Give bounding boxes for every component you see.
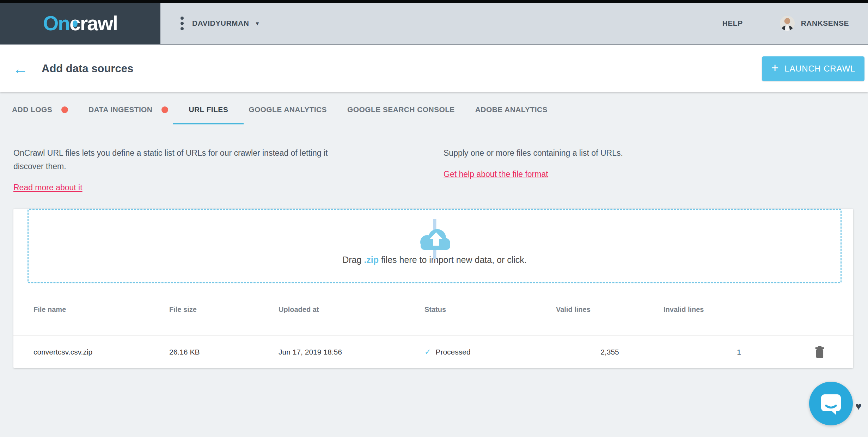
tab-adobe-analytics[interactable]: ADOBE ANALYTICS (474, 105, 549, 124)
trash-icon (814, 346, 825, 358)
logo-spider-dot (73, 20, 78, 27)
project-selector[interactable]: DAVIDYURMAN (192, 19, 249, 27)
heart-icon: ♥ (855, 401, 862, 412)
col-header-invalid-lines: Invalid lines (664, 306, 814, 314)
table-row: convertcsv.csv.zip 26.16 KB Jun 17, 2019… (13, 336, 853, 368)
oncrawl-app: Oncrawl DAVIDYURMAN ▼ HELP RANKSENSE (0, 0, 868, 437)
notification-dot (61, 106, 68, 113)
plus-icon: + (771, 62, 779, 74)
col-header-file-size: File size (169, 306, 279, 314)
cell-file-size: 26.16 KB (169, 348, 279, 356)
oncrawl-logo[interactable]: Oncrawl (0, 3, 160, 44)
logo-part-rawl: rawl (80, 12, 117, 35)
notification-dot (161, 106, 168, 113)
top-bar: Oncrawl DAVIDYURMAN ▼ HELP RANKSENSE (0, 0, 868, 45)
back-arrow-icon[interactable]: ← (13, 61, 28, 76)
tab-add-logs[interactable]: ADD LOGS (11, 105, 69, 124)
oncrawl-logo-text: Oncrawl (43, 12, 117, 35)
cell-file-name: convertcsv.csv.zip (33, 348, 169, 356)
file-dropzone[interactable]: Drag.zipfiles here to import new data, o… (27, 209, 842, 283)
check-icon: ✓ (424, 347, 431, 357)
intro-left-text: OnCrawl URL files lets you define a stat… (13, 146, 354, 173)
logo-part-c: c (69, 12, 80, 35)
files-table-header: File name File size Uploaded at Status V… (13, 283, 853, 336)
cell-status: ✓ Processed (424, 347, 556, 357)
account-menu[interactable]: RANKSENSE (780, 16, 849, 31)
logo-part-on: On (43, 12, 69, 35)
launch-crawl-label: LAUNCH CRAWL (784, 64, 855, 74)
col-header-uploaded-at: Uploaded at (279, 306, 424, 314)
col-header-status: Status (424, 306, 556, 314)
tab-url-files[interactable]: URL FILES (187, 105, 230, 124)
page-title: Add data sources (42, 62, 133, 75)
dropzone-text-after: files here to import new data, or click. (381, 255, 527, 265)
cell-valid-lines: 2,355 (600, 348, 619, 356)
launch-crawl-button[interactable]: + LAUNCH CRAWL (762, 56, 864, 81)
chevron-down-icon[interactable]: ▼ (255, 20, 260, 26)
tab-google-search-console[interactable]: GOOGLE SEARCH CONSOLE (346, 105, 456, 124)
tab-data-ingestion[interactable]: DATA INGESTION (87, 105, 170, 124)
intro-right-column: Supply one or more files containing a li… (444, 146, 623, 192)
intro-section: OnCrawl URL files lets you define a stat… (13, 146, 854, 192)
chat-widget-button[interactable] (809, 382, 853, 425)
intro-right-text: Supply one or more files containing a li… (444, 146, 623, 160)
tab-google-analytics[interactable]: GOOGLE ANALYTICS (247, 105, 328, 124)
help-link[interactable]: HELP (722, 19, 743, 27)
col-header-file-name: File name (33, 306, 169, 314)
intro-left-column: OnCrawl URL files lets you define a stat… (13, 146, 354, 192)
delete-file-button[interactable] (814, 346, 825, 358)
kebab-menu-icon[interactable] (181, 17, 184, 30)
title-bar: ← Add data sources + LAUNCH CRAWL (0, 45, 868, 92)
account-name: RANKSENSE (801, 19, 849, 27)
data-source-tabs: ADD LOGS DATA INGESTION URL FILES GOOGLE… (0, 92, 868, 124)
cell-invalid-lines: 1 (737, 348, 741, 356)
dropzone-zip-highlight: .zip (364, 255, 379, 265)
col-header-valid-lines: Valid lines (556, 306, 664, 314)
cloud-upload-icon (418, 227, 452, 251)
url-files-card: Drag.zipfiles here to import new data, o… (13, 209, 853, 368)
upload-icon-wrap (418, 227, 452, 251)
read-more-link[interactable]: Read more about it (13, 183, 82, 192)
chat-bubble-icon (819, 392, 843, 416)
file-format-help-link[interactable]: Get help about the file format (444, 170, 548, 179)
cell-uploaded-at: Jun 17, 2019 18:56 (279, 348, 424, 356)
dropzone-text-before: Drag (342, 255, 361, 265)
avatar (780, 16, 795, 31)
status-label: Processed (435, 348, 470, 356)
top-bar-right: DAVIDYURMAN ▼ HELP RANKSENSE (160, 3, 868, 44)
